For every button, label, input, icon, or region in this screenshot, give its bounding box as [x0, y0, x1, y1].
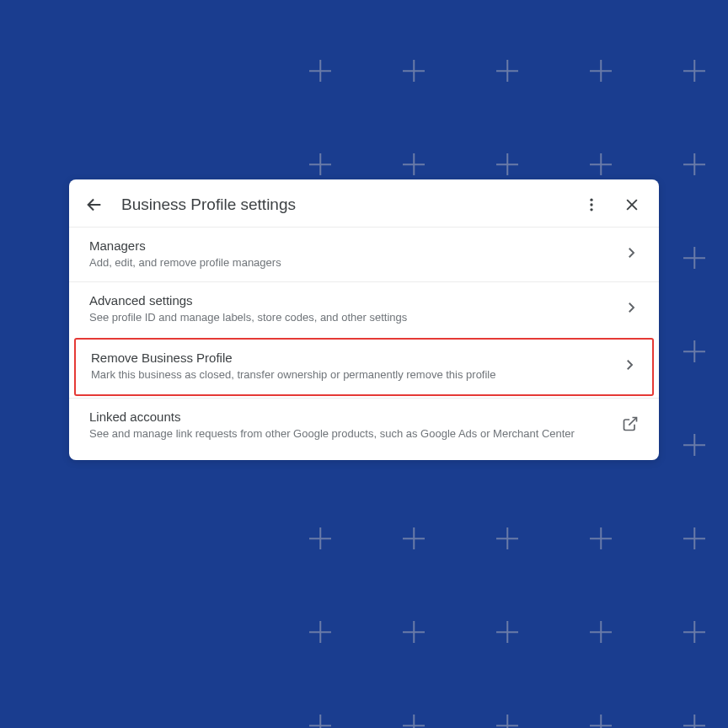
settings-card: Business Profile settings Managers Add, … [69, 179, 659, 460]
chevron-right-icon [624, 300, 639, 318]
menu-item-desc: Mark this business as closed, transfer o… [91, 367, 612, 383]
header-actions [581, 195, 642, 215]
external-link-icon [622, 415, 639, 436]
menu-item-remove-profile[interactable]: Remove Business Profile Mark this busine… [74, 338, 654, 395]
more-menu-icon[interactable] [581, 195, 602, 215]
menu-item-title: Remove Business Profile [91, 351, 612, 365]
menu-item-title: Managers [89, 238, 613, 253]
menu-item-content: Advanced settings See profile ID and man… [89, 293, 613, 325]
chevron-right-icon [622, 357, 637, 376]
page-title: Business Profile settings [121, 195, 581, 214]
menu-item-advanced[interactable]: Advanced settings See profile ID and man… [69, 281, 659, 336]
svg-line-6 [629, 417, 636, 425]
svg-point-2 [590, 203, 592, 206]
menu-item-title: Linked accounts [89, 410, 612, 424]
menu-item-title: Advanced settings [89, 293, 613, 308]
menu-item-content: Managers Add, edit, and remove profile m… [89, 238, 613, 270]
svg-point-3 [590, 208, 592, 211]
menu-item-managers[interactable]: Managers Add, edit, and remove profile m… [69, 227, 659, 281]
menu-item-desc: See profile ID and manage labels, store … [89, 310, 613, 325]
close-icon[interactable] [622, 195, 642, 215]
chevron-right-icon [624, 245, 639, 264]
card-header: Business Profile settings [69, 179, 659, 227]
menu-item-linked-accounts[interactable]: Linked accounts See and manage link requ… [69, 398, 659, 460]
svg-point-1 [590, 199, 592, 201]
back-arrow-icon[interactable] [84, 195, 104, 215]
menu-item-desc: Add, edit, and remove profile managers [89, 255, 613, 270]
menu-item-content: Linked accounts See and manage link requ… [89, 410, 612, 442]
menu-item-content: Remove Business Profile Mark this busine… [91, 351, 612, 383]
menu-item-desc: See and manage link requests from other … [89, 426, 612, 442]
